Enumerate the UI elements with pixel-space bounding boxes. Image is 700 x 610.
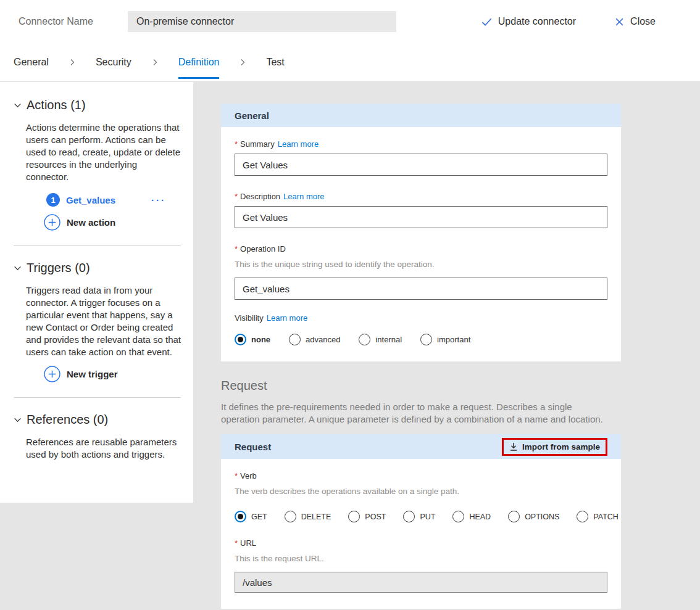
- request-intro: Request It defines the pre-requirements …: [221, 379, 610, 426]
- references-title: References (0): [27, 413, 108, 427]
- sidebar-divider: [14, 397, 181, 398]
- actions-title: Actions (1): [27, 98, 86, 112]
- action-item-get-values[interactable]: 1 Get_values ···: [46, 193, 181, 207]
- chevron-right-icon: [151, 59, 159, 66]
- request-card-header: Request Import from sample: [221, 434, 621, 459]
- visibility-option-important[interactable]: important: [420, 334, 470, 345]
- visibility-field: VisibilityLearn more none advanced: [235, 313, 607, 345]
- general-card-title: General: [235, 110, 269, 121]
- description-label-row: *DescriptionLearn more: [235, 192, 607, 201]
- triggers-section-header[interactable]: Triggers (0): [14, 261, 181, 275]
- radio-icon[interactable]: [403, 511, 415, 522]
- verb-field: *Verb The verb describes the operations …: [235, 471, 607, 522]
- wizard-tabbar: General Security Definition Test: [0, 43, 700, 82]
- summary-learn-more-link[interactable]: Learn more: [278, 139, 319, 149]
- radio-icon[interactable]: [348, 511, 360, 522]
- url-label: URL: [240, 538, 256, 548]
- visibility-radio-group: none advanced internal: [235, 334, 607, 345]
- operation-id-label-row: *Operation ID: [235, 244, 607, 253]
- radio-icon[interactable]: [508, 511, 520, 522]
- operation-id-input[interactable]: [235, 278, 607, 300]
- visibility-option-internal[interactable]: internal: [359, 334, 402, 345]
- url-label-row: *URL: [235, 538, 607, 548]
- description-input[interactable]: [235, 206, 607, 228]
- verb-option-patch[interactable]: PATCH: [577, 511, 619, 522]
- chevron-down-icon: [14, 264, 22, 272]
- close-icon: [614, 17, 625, 27]
- radio-icon[interactable]: [452, 511, 464, 522]
- chevron-down-icon: [14, 101, 22, 109]
- tab-test[interactable]: Test: [266, 43, 284, 81]
- visibility-option-advanced-label: advanced: [306, 335, 340, 344]
- visibility-label: Visibility: [235, 313, 264, 323]
- radio-icon[interactable]: [577, 511, 588, 522]
- actions-section: Actions (1) Actions determine the operat…: [14, 98, 181, 231]
- tab-definition[interactable]: Definition: [178, 43, 220, 81]
- new-trigger-label: New trigger: [67, 369, 118, 379]
- action-index-badge: 1: [46, 193, 60, 207]
- verb-option-delete-label: DELETE: [301, 513, 331, 521]
- visibility-option-internal-label: internal: [375, 335, 402, 344]
- operation-id-helper: This is the unique string used to identi…: [235, 260, 607, 269]
- new-action-button[interactable]: New action: [44, 214, 181, 231]
- references-section-header[interactable]: References (0): [14, 413, 181, 427]
- verb-option-get[interactable]: GET: [235, 511, 267, 522]
- required-asterisk: *: [235, 139, 238, 149]
- tab-security[interactable]: Security: [96, 43, 131, 81]
- triggers-title: Triggers (0): [27, 261, 90, 275]
- visibility-option-none[interactable]: none: [235, 334, 270, 345]
- summary-input[interactable]: [235, 154, 607, 176]
- summary-label-row: *SummaryLearn more: [235, 139, 607, 149]
- triggers-section: Triggers (0) Triggers read data in from …: [14, 261, 181, 382]
- references-description: References are reusable parameters used …: [26, 436, 181, 461]
- close-button[interactable]: Close: [614, 16, 656, 27]
- url-helper: This is the request URL.: [235, 554, 607, 563]
- action-item-label[interactable]: Get_values: [66, 195, 115, 205]
- operation-id-field: *Operation ID This is the unique string …: [235, 244, 607, 300]
- verb-label-row: *Verb: [235, 471, 607, 480]
- description-field: *DescriptionLearn more: [235, 192, 607, 228]
- plus-circle-icon: [44, 366, 60, 382]
- summary-field: *SummaryLearn more: [235, 139, 607, 176]
- tab-general-label: General: [14, 57, 49, 68]
- verb-option-patch-label: PATCH: [593, 513, 619, 521]
- visibility-learn-more-link[interactable]: Learn more: [267, 313, 307, 323]
- request-card: Request Import from sample *Verb The ver…: [221, 434, 621, 609]
- verb-option-post[interactable]: POST: [348, 511, 386, 522]
- topbar: Connector Name Update connector Close: [0, 0, 700, 43]
- update-connector-button[interactable]: Update connector: [481, 16, 576, 28]
- visibility-option-advanced[interactable]: advanced: [289, 334, 340, 345]
- general-card-body: *SummaryLearn more *DescriptionLearn mor…: [221, 127, 621, 361]
- verb-option-head[interactable]: HEAD: [452, 511, 491, 522]
- radio-selected-icon[interactable]: [235, 334, 246, 345]
- verb-option-delete[interactable]: DELETE: [285, 511, 331, 522]
- radio-icon[interactable]: [285, 511, 296, 522]
- sidebar-divider: [14, 245, 181, 246]
- tab-definition-label: Definition: [178, 57, 220, 68]
- connector-editor-window: Connector Name Update connector Close Ge…: [0, 0, 700, 610]
- references-section: References (0) References are reusable p…: [14, 413, 181, 461]
- tab-general[interactable]: General: [14, 43, 49, 81]
- verb-option-options[interactable]: OPTIONS: [508, 511, 559, 522]
- url-input[interactable]: [235, 572, 607, 593]
- request-card-title: Request: [235, 442, 271, 452]
- new-trigger-button[interactable]: New trigger: [44, 366, 181, 382]
- verb-option-head-label: HEAD: [469, 513, 491, 521]
- operation-id-label: Operation ID: [240, 244, 286, 253]
- verb-radio-group: GET DELETE POST: [235, 511, 607, 522]
- radio-icon[interactable]: [359, 334, 370, 345]
- visibility-option-none-label: none: [251, 335, 270, 344]
- verb-option-put[interactable]: PUT: [403, 511, 435, 522]
- connector-name-input[interactable]: [128, 11, 396, 32]
- action-item-menu-icon[interactable]: ···: [151, 195, 166, 205]
- request-intro-title: Request: [221, 379, 610, 393]
- actions-section-header[interactable]: Actions (1): [14, 98, 181, 112]
- radio-icon[interactable]: [420, 334, 432, 345]
- radio-selected-icon[interactable]: [235, 511, 246, 522]
- import-from-sample-button[interactable]: Import from sample: [502, 438, 607, 456]
- summary-label: Summary: [240, 139, 275, 149]
- request-card-body: *Verb The verb describes the operations …: [221, 459, 621, 609]
- required-asterisk: *: [235, 538, 238, 548]
- radio-icon[interactable]: [289, 334, 301, 345]
- description-learn-more-link[interactable]: Learn more: [283, 192, 324, 201]
